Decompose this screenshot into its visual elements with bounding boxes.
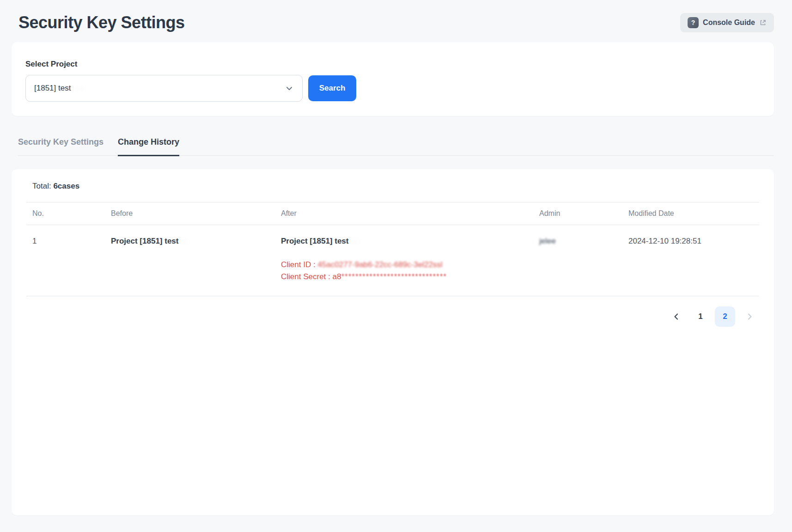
pagination-page-1[interactable]: 1 bbox=[691, 306, 710, 327]
tab-security-key-settings[interactable]: Security Key Settings bbox=[18, 137, 104, 155]
security-key-settings-page: Security Key Settings ? Console Guide Se… bbox=[0, 13, 792, 515]
client-secret-line: Client Secret : a8**********************… bbox=[281, 271, 539, 283]
guide-question-doc-icon: ? bbox=[688, 17, 699, 28]
console-guide-label: Console Guide bbox=[703, 18, 755, 27]
col-header-after: After bbox=[281, 202, 539, 225]
page-header: Security Key Settings ? Console Guide bbox=[18, 13, 774, 32]
total-label: Total: bbox=[32, 182, 51, 190]
page-title: Security Key Settings bbox=[18, 13, 185, 32]
table-header-row: No. Before After Admin Modified Date bbox=[26, 202, 759, 225]
col-header-admin: Admin bbox=[539, 202, 628, 225]
pagination-prev-button[interactable] bbox=[667, 306, 686, 327]
cell-admin: jelee bbox=[539, 236, 628, 283]
selected-project-value: [1851] test bbox=[34, 84, 71, 93]
external-link-icon bbox=[759, 19, 767, 26]
table-row: 1 Project [1851] test ··· Project [1851]… bbox=[26, 225, 759, 296]
client-secret-mask: ****************************** bbox=[341, 272, 446, 281]
total-count: Total: 6cases bbox=[26, 169, 759, 202]
chevron-right-icon bbox=[745, 312, 754, 321]
tab-bar: Security Key Settings Change History bbox=[18, 137, 774, 156]
cell-before: Project [1851] test ··· bbox=[111, 236, 281, 283]
client-id-value-redacted: 45ac0277-9ab6-22cc-689c-3el22ssl bbox=[317, 260, 442, 269]
change-history-card: Total: 6cases No. Before After Admin Mod… bbox=[12, 169, 774, 515]
total-value: 6cases bbox=[53, 182, 79, 190]
col-header-modified-date: Modified Date bbox=[628, 202, 759, 225]
cell-modified-date: 2024-12-10 19:28:51 bbox=[628, 236, 759, 283]
pagination-next-button[interactable] bbox=[740, 306, 759, 327]
pagination: 1 2 bbox=[26, 306, 759, 327]
search-button[interactable]: Search bbox=[308, 75, 356, 101]
chevron-down-icon bbox=[285, 84, 294, 93]
after-redacted: ···· bbox=[351, 237, 360, 245]
cell-no: 1 bbox=[26, 236, 111, 283]
cell-after: Project [1851] test ···· Client ID : 45a… bbox=[281, 236, 539, 283]
col-header-before: Before bbox=[111, 202, 281, 225]
select-controls: [1851] test ···· Search bbox=[25, 75, 760, 102]
selected-project-redacted: ···· bbox=[75, 85, 85, 92]
client-id-line: Client ID : 45ac0277-9ab6-22cc-689c-3el2… bbox=[281, 259, 539, 271]
select-project-label: Select Project bbox=[25, 60, 760, 69]
tab-change-history[interactable]: Change History bbox=[118, 137, 179, 156]
before-redacted: ··· bbox=[181, 237, 188, 245]
col-header-no: No. bbox=[26, 202, 111, 225]
chevron-left-icon bbox=[672, 312, 681, 321]
project-select-card: Select Project [1851] test ···· Search bbox=[12, 42, 774, 116]
pagination-page-2[interactable]: 2 bbox=[715, 306, 735, 327]
admin-name-redacted: jelee bbox=[539, 237, 556, 245]
console-guide-button[interactable]: ? Console Guide bbox=[680, 13, 774, 32]
project-select-dropdown[interactable]: [1851] test ···· bbox=[25, 75, 303, 102]
credentials-changed-block: Client ID : 45ac0277-9ab6-22cc-689c-3el2… bbox=[281, 259, 539, 283]
